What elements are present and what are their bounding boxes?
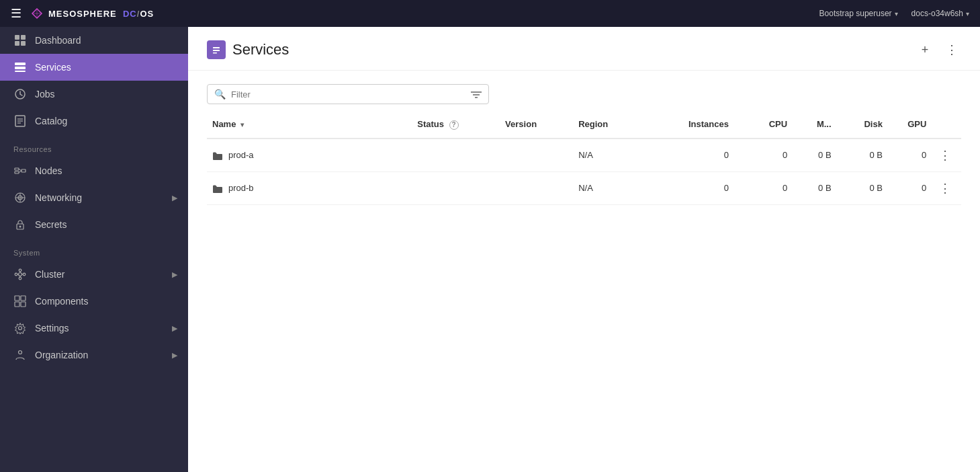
row-more-button[interactable]: ⋮	[937, 180, 953, 196]
jobs-icon	[13, 87, 27, 101]
chevron-right-icon-cluster: ▶	[172, 270, 177, 279]
svg-rect-1	[21, 35, 26, 40]
row-gpu-cell: 0	[888, 171, 932, 204]
more-options-button[interactable]: ⋮	[942, 40, 961, 59]
nav-user-bootstrap[interactable]: Bootstrap superuser ▾	[819, 9, 898, 18]
system-section-label: System	[0, 238, 188, 261]
svg-rect-14	[21, 169, 26, 172]
layout: Dashboard Services Jobs Catalog Resource…	[0, 27, 980, 472]
svg-rect-41	[213, 52, 217, 54]
svg-rect-6	[15, 71, 26, 72]
sidebar-item-cluster-label: Cluster	[35, 269, 64, 280]
folder-icon	[212, 182, 223, 193]
main-content: Services + ⋮ 🔍 N	[188, 27, 980, 472]
filter-options-icon[interactable]	[471, 89, 482, 100]
row-mem-cell: 0 B	[793, 171, 836, 204]
filter-input[interactable]	[231, 89, 461, 100]
sidebar-item-services-label: Services	[35, 62, 71, 73]
sidebar-item-dashboard[interactable]: Dashboard	[0, 27, 188, 54]
table-row: prod-b N/A 0 0 0 B 0 B 0 ⋮	[207, 171, 961, 204]
sidebar-item-services[interactable]: Services	[0, 54, 188, 81]
sidebar-item-cluster[interactable]: Cluster ▶	[0, 261, 188, 288]
table-area: Name ▾ Status ? Version Region	[188, 111, 980, 472]
sidebar-item-nodes[interactable]: Nodes	[0, 157, 188, 184]
col-header-actions	[932, 111, 961, 139]
svg-point-25	[23, 273, 26, 276]
logo: MESOSPHERE DC/OS	[30, 6, 154, 21]
sidebar-item-networking[interactable]: Networking ▶	[0, 184, 188, 211]
dashboard-icon	[13, 34, 27, 47]
row-actions-cell: ⋮	[932, 171, 961, 204]
svg-rect-40	[213, 50, 220, 51]
sidebar-item-nodes-label: Nodes	[35, 165, 62, 176]
svg-point-24	[15, 273, 17, 276]
nodes-icon	[13, 164, 27, 178]
hamburger-icon[interactable]: ☰	[11, 6, 21, 21]
row-cpu-cell: 0	[734, 139, 793, 172]
catalog-icon	[13, 114, 27, 128]
sidebar-item-settings[interactable]: Settings ▶	[0, 315, 188, 342]
svg-rect-32	[15, 296, 19, 301]
chevron-right-icon-settings: ▶	[172, 324, 177, 333]
page-header-actions: + ⋮	[916, 40, 961, 59]
row-name-link[interactable]: prod-b	[228, 183, 254, 193]
table-row: prod-a N/A 0 0 0 B 0 B 0 ⋮	[207, 139, 961, 172]
col-header-disk: Disk	[837, 111, 888, 139]
organization-icon	[13, 348, 27, 362]
page-title: Services	[232, 41, 289, 58]
svg-rect-5	[15, 67, 26, 69]
svg-rect-13	[15, 171, 19, 173]
components-icon	[13, 294, 27, 308]
networking-icon	[13, 191, 27, 204]
nav-user-bootstrap-label: Bootstrap superuser	[819, 9, 892, 18]
row-cpu-cell: 0	[734, 171, 793, 204]
secrets-icon	[13, 218, 27, 231]
folder-icon	[212, 149, 223, 160]
filter-input-wrap: 🔍	[207, 84, 489, 104]
logo-dc: DC	[123, 9, 137, 19]
col-header-mem: M...	[793, 111, 836, 139]
row-gpu-cell: 0	[888, 139, 932, 172]
services-icon	[13, 61, 27, 74]
add-service-button[interactable]: +	[916, 40, 934, 59]
sidebar-item-catalog-label: Catalog	[35, 116, 67, 126]
logo-text: MESOSPHERE DC/OS	[48, 9, 154, 19]
col-header-gpu: GPU	[888, 111, 932, 139]
cluster-icon	[13, 268, 27, 281]
svg-rect-0	[15, 35, 19, 40]
services-page-icon	[207, 40, 226, 59]
col-header-name[interactable]: Name ▾	[207, 111, 412, 139]
sidebar-item-secrets[interactable]: Secrets	[0, 211, 188, 238]
svg-rect-34	[15, 302, 19, 307]
sidebar-item-jobs[interactable]: Jobs	[0, 81, 188, 108]
svg-rect-2	[15, 41, 19, 46]
svg-rect-3	[21, 41, 26, 46]
row-name-link[interactable]: prod-a	[228, 150, 254, 160]
sidebar-item-components[interactable]: Components	[0, 288, 188, 315]
svg-rect-33	[21, 296, 26, 301]
page-title-area: Services	[207, 40, 289, 59]
sort-icon-name: ▾	[240, 121, 244, 128]
col-header-status: Status ?	[412, 111, 500, 139]
navbar: ☰ MESOSPHERE DC/OS Bootstrap superuser ▾…	[0, 0, 980, 27]
svg-point-27	[19, 277, 21, 280]
sidebar-item-settings-label: Settings	[35, 323, 69, 333]
sidebar-item-components-label: Components	[35, 296, 88, 307]
chevron-down-icon-user2: ▾	[966, 10, 969, 17]
services-table: Name ▾ Status ? Version Region	[207, 111, 961, 205]
col-header-region: Region	[573, 111, 661, 139]
col-header-cpu: CPU	[734, 111, 793, 139]
chevron-right-icon-networking: ▶	[172, 194, 177, 202]
row-more-button[interactable]: ⋮	[937, 147, 953, 163]
row-disk-cell: 0 B	[837, 139, 888, 172]
filter-bar: 🔍	[188, 71, 980, 111]
row-mem-cell: 0 B	[793, 139, 836, 172]
svg-point-22	[19, 226, 21, 228]
sidebar-item-organization[interactable]: Organization ▶	[0, 342, 188, 368]
row-actions-cell: ⋮	[932, 139, 961, 172]
nav-user-docs[interactable]: docs-o34w6sh ▾	[911, 9, 969, 18]
sidebar-item-dashboard-label: Dashboard	[35, 35, 81, 46]
help-icon-status[interactable]: ?	[449, 120, 459, 130]
sidebar-item-catalog[interactable]: Catalog	[0, 108, 188, 134]
search-icon: 🔍	[214, 89, 226, 100]
